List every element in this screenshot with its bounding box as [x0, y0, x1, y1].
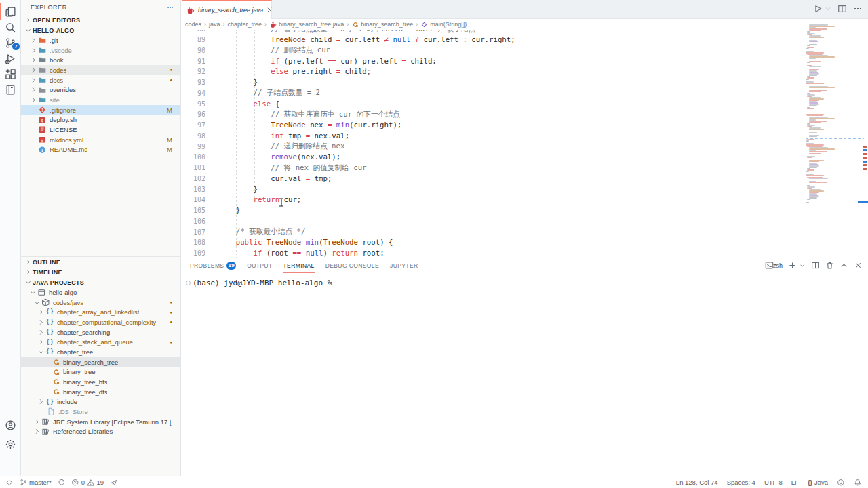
breadcrumb-binary_search_tree.java[interactable]: binary_search_tree.java	[269, 21, 344, 28]
remote-indicator-icon[interactable]	[5, 479, 14, 487]
java-item-.DS_Store[interactable]: .DS_Store	[21, 407, 180, 417]
breadcrumb-java[interactable]: java	[209, 21, 220, 28]
code-line-104[interactable]: 104 return cur;	[182, 195, 803, 205]
chevron-right-icon[interactable]	[30, 47, 37, 54]
chevron-right-icon[interactable]	[33, 428, 41, 435]
section-open-editors[interactable]: OPEN EDITORS	[21, 15, 180, 25]
section-hello-algo[interactable]: HELLO-ALGO	[21, 25, 180, 35]
section-timeline[interactable]: TIMELINE	[21, 267, 180, 277]
code-line-96[interactable]: 96 // 获取中序遍历中 cur 的下一个结点	[182, 109, 803, 120]
activity-extensions-icon[interactable]	[0, 66, 20, 81]
run-java-icon[interactable]	[813, 4, 823, 14]
code-line-89[interactable]: 89 TreeNode child = cur.left ≠ null ? cu…	[182, 35, 803, 45]
activity-settings-icon[interactable]	[0, 436, 20, 451]
java-item-JRE-System-Library-Eclipse-Temurin-17-17...[interactable]: JRE System Library [Eclipse Temurin 17 […	[21, 417, 180, 427]
sync-button[interactable]	[58, 479, 66, 487]
code-line-92[interactable]: 92 else pre.right = child;	[182, 66, 803, 77]
code-editor[interactable]: 88 // 当子结点数量 = 0 / 1 时，child = null / 该子…	[182, 30, 868, 258]
code-line-109[interactable]: 109 if (root == null) return root;	[182, 248, 803, 258]
activity-search-icon[interactable]	[0, 20, 20, 35]
notifications-button[interactable]	[854, 479, 862, 487]
code-line-107[interactable]: 107 /* 获取最小结点 */	[182, 226, 803, 237]
code-line-105[interactable]: 105 }	[182, 205, 803, 216]
kill-terminal-icon[interactable]	[825, 261, 834, 270]
code-line-94[interactable]: 94 // 子结点数量 = 2	[182, 88, 803, 99]
activity-accounts-icon[interactable]	[0, 418, 20, 432]
chevron-right-icon[interactable]	[30, 77, 37, 84]
java-item-include[interactable]: { }include	[21, 397, 180, 407]
sidebar-item-.git[interactable]: .git	[21, 35, 180, 45]
chevron-right-icon[interactable]	[37, 319, 45, 326]
java-item-hello-algo[interactable]: hello-algo	[21, 287, 180, 298]
language-mode[interactable]: {} Java	[808, 479, 828, 486]
split-terminal-icon[interactable]	[811, 261, 820, 270]
java-item-binary_search_tree[interactable]: binary_search_tree	[21, 357, 180, 367]
sidebar-item-mkdocs.yml[interactable]: ymkdocs.ymlM	[21, 135, 180, 145]
java-item-chapter_searching[interactable]: { }chapter_searching	[21, 327, 180, 338]
sidebar-item-deploy.sh[interactable]: $deploy.sh	[21, 115, 180, 125]
terminal[interactable]: (base) jyd@JYD-MBP hello-algo %	[182, 273, 868, 476]
code-line-103[interactable]: 103 }	[182, 184, 803, 195]
code-line-95[interactable]: 95 else {	[182, 98, 803, 109]
cursor-position[interactable]: Ln 128, Col 74	[676, 479, 718, 486]
sidebar-item-overrides[interactable]: overrides	[21, 85, 180, 95]
sidebar-item-README.md[interactable]: iREADME.mdM	[21, 145, 180, 155]
indentation[interactable]: Spaces: 4	[727, 479, 755, 486]
section-outline[interactable]: OUTLINE	[21, 257, 180, 267]
panel-tab-terminal[interactable]: TERMINAL	[283, 258, 314, 273]
panel-tab-problems[interactable]: PROBLEMS19	[190, 258, 236, 273]
breadcrumb-main-String-[interactable]: main(String[])	[420, 21, 467, 28]
java-item-binary_tree[interactable]: binary_tree	[21, 367, 180, 378]
java-item-Referenced-Libraries[interactable]: Referenced Libraries	[21, 427, 180, 437]
java-item-chapter_array_and_linkedlist[interactable]: { }chapter_array_and_linkedlist●	[21, 307, 180, 317]
chevron-right-icon[interactable]	[33, 418, 41, 426]
activity-notebook-icon[interactable]	[0, 82, 20, 97]
activity-source-control-icon[interactable]: 7	[0, 35, 20, 50]
close-panel-icon[interactable]	[854, 261, 863, 270]
breadcrumb-binary_search_tree[interactable]: binary_search_tree	[351, 21, 413, 28]
java-item-binary_tree_dfs[interactable]: binary_tree_dfs	[21, 387, 180, 397]
java-status-button[interactable]	[837, 479, 845, 487]
code-line-91[interactable]: 91 if (pre.left == cur) pre.left = child…	[182, 56, 803, 66]
code-line-88[interactable]: 88 // 当子结点数量 = 0 / 1 时，child = null / 该子…	[182, 30, 803, 35]
activity-explorer-icon[interactable]	[0, 4, 20, 19]
chevron-right-icon[interactable]	[30, 37, 37, 44]
tab-binary-search-tree[interactable]: binary_search_tree.java	[182, 0, 272, 19]
sidebar-item-site[interactable]: site	[21, 95, 180, 105]
new-terminal-icon[interactable]	[788, 261, 797, 270]
code-line-99[interactable]: 99 // 递归删除结点 nex	[182, 141, 803, 152]
command-decoration-icon[interactable]	[186, 281, 191, 285]
sidebar-item-.gitignore[interactable]: .gitignoreM	[21, 105, 180, 115]
code-line-108[interactable]: 108 public TreeNode min(TreeNode root) {	[182, 237, 803, 248]
git-branch-status[interactable]: master*	[20, 479, 52, 487]
split-editor-icon[interactable]	[837, 4, 847, 14]
terminal-select-icon[interactable]: zsh	[765, 261, 783, 270]
java-item-chapter_computational_complexity[interactable]: { }chapter_computational_complexity●	[21, 317, 180, 327]
sidebar-item-book[interactable]: book	[21, 55, 180, 65]
chevron-right-icon[interactable]	[37, 308, 45, 316]
panel-tab-debug-console[interactable]: DEBUG CONSOLE	[326, 258, 379, 273]
more-actions-icon[interactable]	[853, 4, 863, 14]
activity-run-debug-icon[interactable]	[0, 51, 20, 66]
sidebar-item-codes[interactable]: codes●	[21, 65, 180, 75]
code-line-90[interactable]: 90 // 删除结点 cur	[182, 45, 803, 56]
more-actions-icon[interactable]: ⋯	[167, 4, 174, 11]
java-item-codes-java[interactable]: codes/java●	[21, 298, 180, 308]
sidebar-item-docs[interactable]: docs●	[21, 75, 180, 85]
code-line-106[interactable]: 106	[182, 216, 803, 227]
sidebar-item-.vscode[interactable]: .vscode	[21, 45, 180, 56]
chevron-right-icon[interactable]	[30, 66, 37, 74]
code-line-98[interactable]: 98 int tmp = nex.val;	[182, 131, 803, 142]
problems-status[interactable]: 0 19	[71, 479, 104, 487]
chevron-right-icon[interactable]	[30, 56, 37, 64]
run-dropdown-icon[interactable]	[825, 5, 831, 12]
panel-tab-jupyter[interactable]: JUPYTER	[390, 258, 418, 273]
java-item-chapter_stack_and_queue[interactable]: { }chapter_stack_and_queue●	[21, 337, 180, 347]
code-line-102[interactable]: 102 cur.val = tmp;	[182, 174, 803, 184]
chevron-down-icon[interactable]	[37, 348, 45, 356]
breadcrumb-chapter_tree[interactable]: chapter_tree	[228, 21, 262, 28]
code-line-97[interactable]: 97 TreeNode nex = min(cur.right);	[182, 120, 803, 131]
chevron-right-icon[interactable]	[37, 338, 45, 346]
java-item-chapter_tree[interactable]: { }chapter_tree	[21, 347, 180, 357]
chevron-down-icon[interactable]	[33, 299, 41, 306]
